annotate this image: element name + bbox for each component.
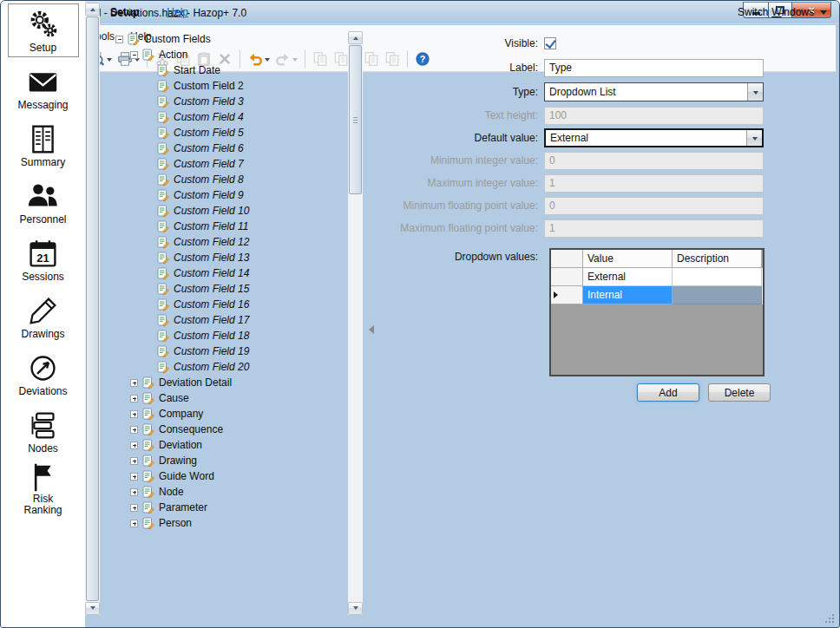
field-form-icon (157, 189, 169, 201)
tree-item-custom-field-13[interactable]: Custom Field 13 (105, 250, 345, 265)
tree-item-custom-field-18[interactable]: Custom Field 18 (105, 328, 345, 343)
sidebar-item-deviations[interactable]: Deviations (8, 347, 79, 401)
scroll-up-button[interactable] (85, 3, 100, 16)
resize-grip[interactable] (824, 613, 835, 624)
tree-item-custom-field-14[interactable]: Custom Field 14 (105, 265, 345, 281)
expand-icon[interactable] (130, 488, 138, 496)
tree-item-person[interactable]: Person (105, 515, 345, 531)
tree-item-start-date[interactable]: Start Date (105, 62, 345, 78)
chevron-down-icon (753, 91, 758, 97)
expand-icon[interactable] (130, 395, 138, 402)
tree-item-custom-field-9[interactable]: Custom Field 9 (105, 187, 345, 203)
sidebar-item-messaging[interactable]: Messaging (8, 61, 79, 114)
table-row[interactable]: External (551, 268, 763, 286)
sidebar-item-label: Deviations (18, 386, 67, 397)
tree-item-label: Drawing (159, 455, 197, 467)
description-cell[interactable] (673, 286, 762, 304)
expand-icon[interactable] (130, 473, 138, 481)
sidebar-item-summary[interactable]: Summary (8, 118, 79, 172)
dropdown-button[interactable] (747, 83, 763, 101)
sidebar-item-drawings[interactable]: Drawings (8, 290, 79, 343)
field-form-icon (157, 361, 169, 373)
tree-item-custom-field-2[interactable]: Custom Field 2 (105, 78, 345, 94)
tree-item-custom-field-5[interactable]: Custom Field 5 (105, 125, 345, 141)
tree-item-custom-field-12[interactable]: Custom Field 12 (105, 234, 345, 250)
tree-item-drawing[interactable]: Drawing (105, 453, 345, 468)
tree-item-label: Cause (159, 392, 189, 404)
table-row[interactable]: Internal (551, 286, 763, 304)
scroll-up-button[interactable] (348, 31, 363, 44)
app-window: Project: Tutorial - Deviations.hazx - Ha… (0, 0, 840, 628)
scrollbar-thumb[interactable] (349, 45, 362, 194)
sidebar-item-risk-ranking[interactable]: Risk Ranking (8, 461, 79, 515)
grid-corner-cell[interactable] (551, 250, 583, 268)
tree-item-consequence[interactable]: Consequence (105, 422, 345, 437)
description-cell[interactable] (673, 268, 762, 286)
sidebar-scrollbar[interactable] (85, 3, 100, 615)
sidebar-item-personnel[interactable]: Personnel (8, 175, 79, 229)
add-button[interactable]: Add (637, 383, 699, 402)
tree-item-deviation-detail[interactable]: Deviation Detail (105, 375, 345, 390)
tree-item-label: Start Date (174, 64, 220, 76)
tree-item-label: Custom Field 7 (174, 158, 244, 170)
dropdown-button[interactable] (746, 130, 762, 146)
expand-icon[interactable] (130, 520, 138, 527)
tree-item-custom-field-16[interactable]: Custom Field 16 (105, 297, 345, 312)
tree-item-guide-word[interactable]: Guide Word (105, 468, 345, 484)
sidebar-item-label: Summary (21, 157, 65, 168)
column-header-value[interactable]: Value (583, 250, 673, 268)
sidebar-item-nodes[interactable]: Nodes (8, 404, 79, 458)
expand-icon[interactable] (130, 442, 138, 449)
type-dropdown[interactable]: Dropdown List (544, 82, 764, 101)
sidebar-item-setup[interactable]: Setup (8, 3, 79, 57)
tree-scrollbar[interactable] (348, 31, 363, 615)
tree-item-company[interactable]: Company (105, 406, 345, 422)
value-cell[interactable]: Internal (583, 286, 673, 304)
field-form-icon (142, 376, 154, 389)
tree-item-parameter[interactable]: Parameter (105, 500, 345, 515)
tree-item-custom-field-11[interactable]: Custom Field 11 (105, 219, 345, 234)
tree-item-custom-field-20[interactable]: Custom Field 20 (105, 359, 345, 375)
tree-item-custom-field-3[interactable]: Custom Field 3 (105, 94, 345, 109)
tree-item-custom-field-19[interactable]: Custom Field 19 (105, 343, 345, 359)
value-cell[interactable]: External (583, 268, 673, 286)
tree-item-custom-field-10[interactable]: Custom Field 10 (105, 203, 345, 219)
label-input[interactable] (544, 59, 764, 77)
default-value-dropdown[interactable]: External (544, 128, 764, 147)
expand-icon[interactable] (130, 410, 138, 418)
tree-item-deviation[interactable]: Deviation (105, 437, 345, 453)
tree-item-custom-fields[interactable]: Custom Fields (105, 31, 345, 47)
tree-item-custom-field-15[interactable]: Custom Field 15 (105, 281, 345, 297)
tree-item-label: Custom Field 14 (174, 267, 249, 279)
tree-item-custom-field-8[interactable]: Custom Field 8 (105, 172, 345, 187)
label-label: Label: (369, 62, 544, 74)
tree-item-custom-field-17[interactable]: Custom Field 17 (105, 312, 345, 328)
sidebar-item-sessions[interactable]: 21Sessions (8, 232, 79, 286)
tree-item-cause[interactable]: Cause (105, 390, 345, 406)
tree-item-custom-field-4[interactable]: Custom Field 4 (105, 109, 345, 125)
dropdown-values-grid[interactable]: Value Description ExternalInternal (549, 248, 765, 376)
expand-icon[interactable] (130, 457, 138, 465)
calendar-21-icon: 21 (27, 237, 59, 271)
tree-item-custom-field-7[interactable]: Custom Field 7 (105, 156, 345, 172)
scrollbar-thumb[interactable] (86, 16, 99, 601)
collapse-icon[interactable] (130, 51, 138, 59)
tree-item-node[interactable]: Node (105, 484, 345, 500)
collapse-icon[interactable] (115, 36, 123, 43)
switch-windows-button[interactable]: Switch Windows (738, 6, 827, 18)
expand-icon[interactable] (130, 504, 138, 512)
expand-icon[interactable] (130, 379, 138, 387)
tree-item-action[interactable]: Action (105, 47, 345, 62)
field-form-icon (142, 501, 154, 514)
row-header-cell[interactable] (551, 268, 583, 286)
column-header-description[interactable]: Description (673, 250, 762, 268)
expand-icon[interactable] (130, 426, 138, 434)
scroll-down-button[interactable] (348, 602, 363, 615)
scroll-down-button[interactable] (85, 602, 100, 615)
help-link[interactable]: Help (167, 6, 188, 18)
summary-document-icon (27, 122, 59, 157)
tree-item-custom-field-6[interactable]: Custom Field 6 (105, 141, 345, 156)
visible-checkbox[interactable] (544, 37, 556, 49)
delete-button[interactable]: Delete (708, 383, 771, 402)
row-header-cell[interactable] (551, 286, 583, 304)
